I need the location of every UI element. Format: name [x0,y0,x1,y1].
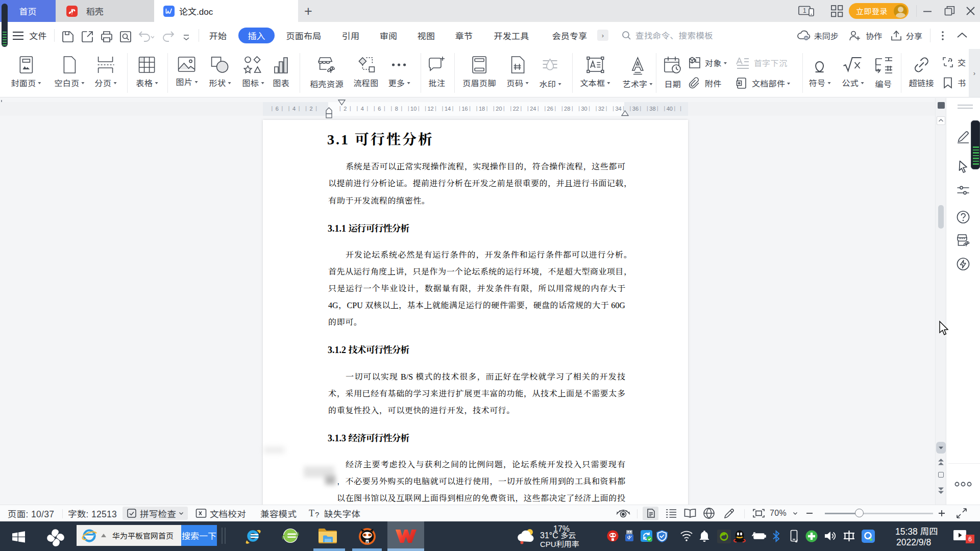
svg-text:?: ? [315,510,320,519]
svg-text:T: T [309,508,314,518]
svg-text:K: K [366,541,369,544]
svg-text:1: 1 [803,7,806,14]
